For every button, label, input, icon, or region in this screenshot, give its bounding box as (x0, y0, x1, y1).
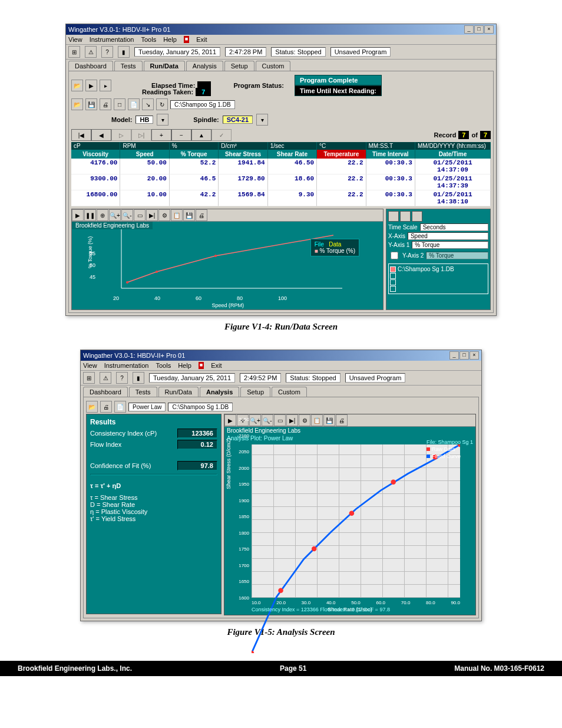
menu-exit[interactable]: Exit (196, 36, 207, 43)
export-icon[interactable]: ↘ (142, 98, 154, 110)
chart-next-icon[interactable]: ▶| (146, 209, 158, 221)
open2-icon[interactable]: 📂 (71, 98, 83, 110)
step-icon[interactable]: ▸ (100, 80, 111, 91)
minimize-icon[interactable]: _ (464, 25, 474, 34)
table-row[interactable]: 16800.00 10.00 42.2 1569.84 9.30 22.2 00… (71, 190, 491, 206)
xaxis-select[interactable]: Speed (408, 232, 488, 240)
menu-help[interactable]: Help (163, 36, 177, 43)
model-value[interactable]: HB (135, 116, 153, 124)
axis-icon[interactable] (412, 211, 422, 222)
chart-play-icon[interactable]: ▶ (72, 209, 84, 221)
chart-copy-icon[interactable]: 📋 (171, 209, 183, 221)
col-temperature[interactable]: Temperature (317, 150, 366, 159)
yaxis1-select[interactable]: % Torque (412, 241, 488, 249)
chart-select-icon[interactable]: ▭ (134, 209, 146, 221)
plot-next-icon[interactable]: ▶| (286, 414, 298, 426)
status-icon4[interactable]: ▮ (133, 372, 144, 384)
print-icon[interactable]: 🖨 (100, 401, 112, 413)
tab-custom[interactable]: Custom (256, 61, 291, 71)
status-icon3[interactable]: ? (116, 372, 128, 384)
menu-exit[interactable]: Exit (211, 362, 222, 369)
nav-first-icon[interactable]: |◀ (71, 129, 91, 141)
menu-instrumentation[interactable]: Instrumentation (104, 362, 149, 369)
grid-icon[interactable] (400, 211, 411, 222)
chart-pause-icon[interactable]: ❚❚ (84, 209, 96, 221)
spindle-value[interactable]: SC4-21 (223, 116, 253, 124)
tab-tests[interactable]: Tests (129, 387, 157, 397)
plot-play-icon[interactable]: ▶ (224, 414, 236, 426)
menu-instrumentation[interactable]: Instrumentation (90, 36, 134, 43)
chart-zoom-icon[interactable]: ⊕ (97, 209, 108, 221)
plot-zoomout-icon[interactable]: 🔍- (262, 414, 273, 426)
tab-tests[interactable]: Tests (114, 61, 143, 71)
nav-prev-icon[interactable]: ◀ (91, 129, 111, 141)
chart-save-icon[interactable]: 💾 (183, 209, 195, 221)
plot-copy-icon[interactable]: 📋 (311, 414, 323, 426)
model-dropdown-icon[interactable]: ▾ (157, 114, 168, 126)
status-icon2[interactable]: ⚠ (100, 372, 111, 384)
doc-icon[interactable]: 📄 (114, 401, 126, 413)
col-speed[interactable]: Speed (120, 150, 169, 159)
plot-print-icon[interactable]: 🖨 (336, 414, 348, 426)
status-icon1[interactable]: ⊞ (68, 46, 80, 58)
col-datetime[interactable]: Date/Time (415, 150, 491, 159)
minimize-icon[interactable]: _ (449, 351, 459, 360)
undo-icon[interactable] (388, 211, 399, 222)
tab-custom[interactable]: Custom (272, 387, 307, 397)
maximize-icon[interactable]: □ (474, 25, 484, 34)
plot-save-icon[interactable]: 💾 (323, 414, 335, 426)
tab-analysis[interactable]: Analysis (186, 61, 223, 71)
tab-dashboard[interactable]: Dashboard (68, 61, 113, 71)
col-shearrate[interactable]: Shear Rate (268, 150, 317, 159)
tab-rundata[interactable]: Run/Data (158, 387, 199, 397)
tab-dashboard[interactable]: Dashboard (83, 387, 128, 397)
menu-tools[interactable]: Tools (156, 362, 171, 369)
table-row[interactable]: 9300.00 20.00 46.5 1729.80 18.60 22.2 00… (71, 174, 491, 190)
tab-setup[interactable]: Setup (224, 61, 254, 71)
status-icon2[interactable]: ⚠ (85, 46, 97, 58)
table-row[interactable]: 4176.00 50.00 52.2 1941.84 46.50 22.2 00… (71, 159, 491, 174)
refresh-icon[interactable]: ↻ (156, 98, 168, 110)
print-icon[interactable]: 🖨 (100, 98, 111, 110)
chart-zoomin-icon[interactable]: 🔍+ (109, 209, 121, 221)
plot-select-icon[interactable]: ▭ (274, 414, 286, 426)
menu-view[interactable]: View (83, 362, 97, 369)
timescale-select[interactable]: Seconds (420, 223, 488, 231)
play-icon[interactable]: ▶ (85, 80, 97, 91)
status-icon4[interactable]: ▮ (118, 46, 130, 58)
save-icon[interactable]: 💾 (85, 98, 97, 110)
menu-view[interactable]: View (68, 36, 82, 43)
col-shearstress[interactable]: Shear Stress (219, 150, 267, 159)
menu-tools[interactable]: Tools (141, 36, 156, 43)
close-icon[interactable]: × (470, 351, 479, 360)
nav-remove-icon[interactable]: − (171, 129, 191, 141)
spindle-dropdown-icon[interactable]: ▾ (256, 114, 268, 126)
yaxis2-checkbox[interactable] (391, 252, 398, 259)
menu-exit-icon[interactable]: ■ (199, 362, 204, 369)
chart-print-icon[interactable]: 🖨 (196, 209, 207, 221)
close-icon[interactable]: × (484, 25, 494, 34)
chart-config-icon[interactable]: ⚙ (158, 209, 170, 221)
menu-help[interactable]: Help (178, 362, 191, 369)
fi-value: 0.12 (177, 440, 217, 449)
chart-zoomout-icon[interactable]: 🔍- (121, 209, 133, 221)
status-icon1[interactable]: ⊞ (83, 372, 95, 384)
tab-analysis[interactable]: Analysis (200, 387, 239, 397)
menu-exit-icon[interactable]: ■ (184, 36, 189, 43)
col-torque[interactable]: % Torque (170, 150, 219, 159)
status-icon3[interactable]: ? (101, 46, 113, 58)
plot-zoomin-icon[interactable]: 🔍+ (249, 414, 261, 426)
col-timeinterval[interactable]: Time Interval (366, 150, 415, 159)
model-select[interactable]: Power Law (128, 403, 166, 411)
new-icon[interactable]: □ (114, 98, 125, 110)
open-icon[interactable]: 📂 (86, 401, 98, 413)
copy-icon[interactable]: 📄 (128, 98, 140, 110)
open-icon[interactable]: 📂 (71, 80, 83, 91)
tab-rundata[interactable]: Run/Data (144, 61, 185, 71)
nav-add-icon[interactable]: + (151, 129, 171, 141)
maximize-icon[interactable]: □ (459, 351, 469, 360)
plot-config-icon[interactable]: ⚙ (299, 414, 310, 426)
nav-edit-icon[interactable]: ▲ (191, 129, 211, 141)
tab-setup[interactable]: Setup (240, 387, 270, 397)
col-viscosity[interactable]: Viscosity (71, 150, 120, 159)
